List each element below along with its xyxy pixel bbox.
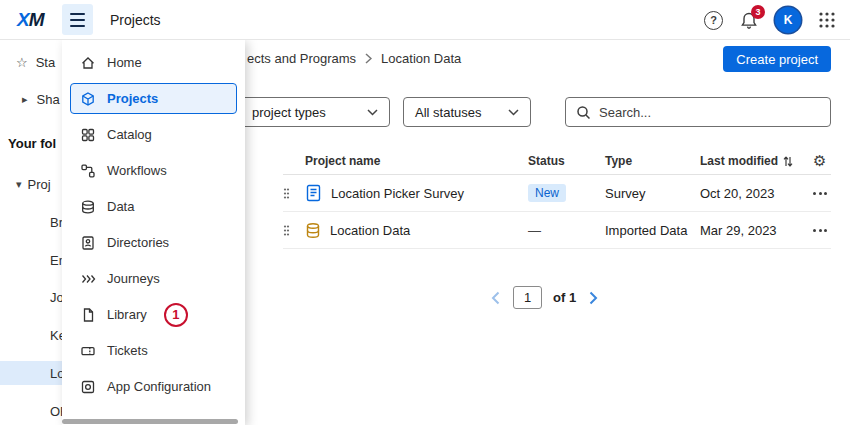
menu-item-data[interactable]: Data: [70, 191, 237, 222]
create-project-button[interactable]: Create project: [723, 46, 831, 72]
column-header-status[interactable]: Status: [528, 154, 605, 168]
search-input[interactable]: [599, 105, 820, 120]
menu-item-label: App Configuration: [107, 379, 211, 394]
top-header: XM Projects ? 3 K: [0, 0, 850, 40]
drag-handle-icon: [283, 224, 290, 237]
sidebar-folders-heading: Your fol: [0, 131, 62, 155]
drag-handle[interactable]: [283, 224, 305, 237]
projects-icon: [80, 91, 96, 107]
apps-menu-button[interactable]: [818, 11, 836, 29]
previous-page-button[interactable]: [489, 289, 502, 307]
menu-item-workflows[interactable]: Workflows: [70, 155, 237, 186]
apps-grid-icon: [818, 11, 836, 29]
page-title: Projects: [110, 12, 161, 28]
table-settings-button[interactable]: ⚙: [813, 152, 832, 170]
directories-icon: [80, 235, 96, 251]
notification-badge: 3: [751, 5, 765, 19]
chevron-right-icon: [589, 291, 598, 305]
breadcrumb-current[interactable]: Location Data: [381, 51, 461, 66]
menu-item-library[interactable]: Library 1: [70, 299, 237, 330]
help-button[interactable]: ?: [704, 11, 723, 30]
sidebar-starred-label: Sta: [36, 55, 56, 70]
sidebar-subfolder-selected[interactable]: Lo: [0, 361, 62, 385]
header-actions: ? 3 K: [704, 0, 836, 40]
menu-item-tickets[interactable]: Tickets: [70, 335, 237, 366]
page-number-input[interactable]: [513, 286, 542, 309]
sidebar-subfolder[interactable]: Em: [0, 248, 62, 272]
caret-right-icon: ▸: [22, 93, 28, 106]
global-nav-menu: Home Projects Catalog Workflows Data Dir…: [62, 40, 245, 425]
notifications-button[interactable]: 3: [740, 11, 758, 30]
column-header-type[interactable]: Type: [605, 154, 700, 168]
last-modified-date: Mar 29, 2023: [700, 223, 813, 238]
table-header-row: Project name Status Type Last modified ⚙: [283, 148, 831, 175]
chevron-down-icon: [367, 109, 378, 116]
annotation-circle: 1: [164, 303, 188, 327]
survey-icon: [305, 184, 322, 202]
xm-logo-m: M: [29, 9, 44, 30]
sidebar-subfolder[interactable]: OF: [0, 399, 62, 423]
drag-handle[interactable]: [283, 187, 305, 200]
row-actions-button[interactable]: [813, 229, 837, 232]
pagination: of 1: [489, 286, 600, 309]
menu-item-directories[interactable]: Directories: [70, 227, 237, 258]
avatar[interactable]: K: [775, 7, 801, 33]
menu-item-label: Library: [107, 307, 147, 322]
journeys-icon: [80, 271, 96, 287]
xm-logo[interactable]: XM: [17, 9, 44, 31]
menu-item-catalog[interactable]: Catalog: [70, 119, 237, 150]
home-icon: [80, 55, 96, 71]
table-row[interactable]: Location Data — Imported Data Mar 29, 20…: [283, 212, 831, 249]
hamburger-icon: [70, 13, 85, 15]
project-type: Imported Data: [605, 223, 700, 238]
sidebar-item-shared[interactable]: ▸ Sha: [0, 87, 62, 111]
sidebar-projects-folder-label: Proj: [28, 177, 51, 192]
menu-item-label: Journeys: [107, 271, 160, 286]
menu-item-label: Home: [107, 55, 142, 70]
folders-sidebar: ☆ Sta ▸ Sha Your fol ▾ Proj Bra Em Jo Ke…: [0, 40, 62, 425]
projects-table: Project name Status Type Last modified ⚙…: [283, 148, 831, 249]
breadcrumb-parent[interactable]: ects and Programs: [247, 51, 356, 66]
menu-item-home[interactable]: Home: [70, 47, 237, 78]
help-icon: ?: [704, 11, 723, 30]
table-row[interactable]: Location Picker Survey New Survey Oct 20…: [283, 175, 831, 212]
column-header-last-modified[interactable]: Last modified: [700, 154, 813, 168]
last-modified-date: Oct 20, 2023: [700, 186, 813, 201]
sidebar-subfolder[interactable]: Jo: [0, 285, 62, 309]
hamburger-menu-button[interactable]: [62, 4, 93, 35]
star-icon: ☆: [16, 55, 28, 70]
status-filter[interactable]: All statuses: [403, 97, 531, 127]
sidebar-item-starred[interactable]: ☆ Sta: [0, 50, 62, 74]
page-count-label: of 1: [553, 290, 576, 305]
project-types-filter[interactable]: project types: [240, 97, 390, 127]
sidebar-subfolder[interactable]: Ke: [0, 323, 62, 347]
sidebar-item-projects-folder[interactable]: ▾ Proj: [0, 172, 62, 196]
chevron-down-icon: [508, 109, 519, 116]
menu-item-journeys[interactable]: Journeys: [70, 263, 237, 294]
data-icon: [80, 199, 96, 215]
imported-data-icon: [305, 222, 321, 239]
horizontal-scrollbar-thumb[interactable]: [62, 419, 238, 424]
menu-item-label: Catalog: [107, 127, 152, 142]
project-name-link[interactable]: Location Data: [330, 223, 410, 238]
menu-item-projects[interactable]: Projects: [70, 83, 237, 114]
row-actions-button[interactable]: [813, 192, 837, 195]
app-configuration-icon: [80, 379, 96, 395]
project-types-filter-value: project types: [252, 105, 326, 120]
menu-item-app-configuration[interactable]: App Configuration: [70, 371, 237, 402]
search-icon: [576, 105, 591, 120]
search-box: [565, 97, 831, 127]
sidebar-subfolder[interactable]: Bra: [0, 210, 62, 234]
sidebar-shared-label: Sha: [37, 92, 60, 107]
column-header-project-name[interactable]: Project name: [305, 154, 528, 168]
project-name-link[interactable]: Location Picker Survey: [331, 186, 464, 201]
next-page-button[interactable]: [587, 289, 600, 307]
status-filter-value: All statuses: [415, 105, 481, 120]
chevron-left-icon: [491, 291, 500, 305]
library-icon: [80, 307, 96, 323]
menu-item-label: Workflows: [107, 163, 167, 178]
menu-item-label: Data: [107, 199, 134, 214]
caret-down-icon: ▾: [16, 178, 22, 191]
gear-icon: ⚙: [813, 152, 826, 169]
menu-item-label: Tickets: [107, 343, 148, 358]
